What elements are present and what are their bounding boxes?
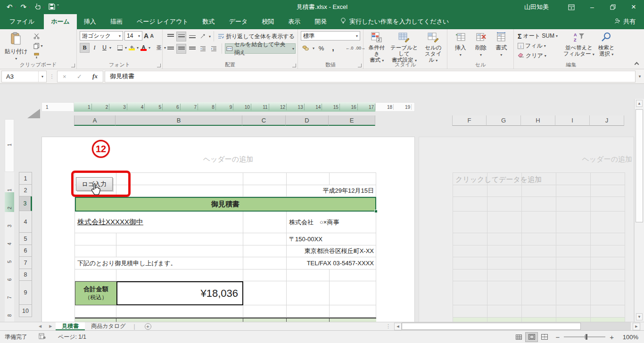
scroll-up-icon[interactable]: ▲ bbox=[636, 100, 643, 107]
cell[interactable] bbox=[75, 305, 116, 318]
increase-indent-button[interactable] bbox=[209, 44, 219, 54]
cell[interactable] bbox=[116, 245, 243, 257]
orientation-caret-icon[interactable]: ▾ bbox=[209, 34, 211, 39]
cell-doc-title-selected[interactable]: 御見積書 bbox=[75, 197, 376, 212]
font-size-select[interactable]: 14▾ bbox=[124, 31, 142, 41]
undo-caret-icon[interactable]: ▾ bbox=[15, 5, 17, 9]
row-header-6[interactable]: 6 bbox=[19, 245, 32, 257]
zoom-slider-thumb[interactable] bbox=[586, 334, 587, 340]
tell-me-box[interactable]: 実行したい作業を入力してください bbox=[340, 14, 449, 29]
cell[interactable] bbox=[287, 281, 330, 305]
align-right-button[interactable] bbox=[187, 44, 197, 54]
row-header-3[interactable]: 3 bbox=[19, 196, 32, 211]
vertical-scroll-thumb[interactable] bbox=[636, 109, 643, 222]
touch-mode-icon[interactable] bbox=[34, 3, 41, 11]
row-header-1[interactable]: 1 bbox=[19, 172, 32, 185]
cell[interactable] bbox=[287, 173, 330, 185]
vertical-scrollbar[interactable]: ▲ ▼ bbox=[634, 99, 644, 322]
column-header-d[interactable]: D bbox=[286, 115, 329, 126]
column-header-a[interactable]: A bbox=[74, 115, 116, 126]
row-header-9[interactable]: 9 bbox=[19, 281, 32, 305]
cell[interactable] bbox=[243, 270, 287, 281]
cell[interactable] bbox=[116, 270, 243, 281]
cell-recipient[interactable]: 株式会社XXXXX御中 bbox=[75, 212, 243, 233]
shrink-font-button[interactable]: A bbox=[150, 33, 154, 39]
cell[interactable] bbox=[243, 257, 287, 270]
format-painter-button[interactable] bbox=[33, 51, 44, 61]
cell-message[interactable]: 下記のとおり御見積申し上げます。 bbox=[75, 257, 243, 270]
increase-decimal-button[interactable]: ←.0 bbox=[346, 46, 354, 50]
column-header-i[interactable]: I bbox=[555, 115, 590, 126]
cell[interactable] bbox=[330, 270, 376, 281]
redo-caret-icon[interactable]: ▾ bbox=[28, 5, 30, 9]
cell[interactable] bbox=[287, 305, 330, 318]
row-header-5[interactable]: 5 bbox=[19, 233, 32, 245]
tab-view[interactable]: 表示 bbox=[281, 14, 307, 29]
zoom-in-button[interactable]: + bbox=[610, 333, 614, 341]
cell[interactable] bbox=[330, 305, 376, 318]
fill-color-button[interactable] bbox=[127, 43, 137, 53]
sheet-nav-right-icon[interactable]: ▶ bbox=[45, 322, 56, 330]
row-header-10[interactable]: 10 bbox=[19, 305, 32, 317]
save-icon[interactable] bbox=[49, 3, 55, 11]
cell[interactable] bbox=[330, 173, 376, 185]
find-select-button[interactable]: 検索と選択 ▾ bbox=[596, 31, 617, 61]
font-dialog-launcher[interactable] bbox=[157, 64, 161, 67]
borders-button[interactable] bbox=[115, 43, 125, 53]
zoom-out-button[interactable]: − bbox=[555, 333, 560, 341]
format-as-table-button[interactable]: テーブルとして 書式設定 ▾ bbox=[387, 31, 421, 61]
cell[interactable] bbox=[116, 305, 243, 318]
column-header-e[interactable]: E bbox=[329, 115, 375, 126]
click-to-add-data-placeholder[interactable]: クリックしてデータを追加 bbox=[455, 175, 542, 184]
cell-styles-button[interactable]: セルのスタイル ▾ bbox=[421, 31, 446, 61]
merge-center-button[interactable]: セルを結合して中央揃え ▾ bbox=[225, 43, 296, 54]
sheet-tab-mitsumorisho[interactable]: 見積書 bbox=[56, 322, 85, 330]
name-box[interactable]: A3▾ bbox=[1, 71, 47, 82]
cell[interactable] bbox=[75, 233, 116, 245]
header-placeholder-2[interactable]: ヘッダーの追加 bbox=[582, 155, 632, 164]
align-bottom-button[interactable] bbox=[187, 32, 197, 41]
delete-cells-button[interactable]: 削除 ▾ bbox=[473, 31, 488, 61]
hscroll-left-icon[interactable]: ◀ bbox=[394, 323, 402, 330]
font-color-button[interactable]: A bbox=[139, 43, 149, 53]
column-header-b[interactable]: B bbox=[116, 115, 242, 126]
user-name[interactable]: 山田知美 bbox=[524, 3, 549, 11]
fill-handle[interactable] bbox=[374, 210, 378, 213]
underline-caret-icon[interactable]: ▾ bbox=[109, 46, 111, 50]
sheet-tab-catalog[interactable]: 商品カタログ bbox=[85, 322, 132, 330]
tab-home[interactable]: ホーム bbox=[44, 14, 77, 29]
format-cells-button[interactable]: 書式 ▾ bbox=[494, 31, 509, 61]
align-middle-button[interactable] bbox=[176, 32, 186, 41]
fill-button[interactable]: ↓フィル▾ bbox=[517, 41, 559, 51]
cell[interactable] bbox=[116, 173, 243, 185]
clipboard-dialog-launcher[interactable] bbox=[71, 64, 75, 67]
collapse-ribbon-icon[interactable] bbox=[635, 62, 639, 67]
cell[interactable] bbox=[243, 212, 287, 233]
touch-caret-icon[interactable]: ▾ bbox=[42, 5, 44, 9]
cell[interactable] bbox=[116, 185, 243, 197]
insert-cells-button[interactable]: 挿入 ▾ bbox=[453, 31, 468, 61]
qat-customize-icon[interactable]: ▾ bbox=[57, 5, 59, 10]
cell[interactable] bbox=[243, 281, 287, 305]
cell-postal[interactable]: 〒150-00XX bbox=[287, 233, 376, 245]
align-left-button[interactable] bbox=[165, 44, 175, 54]
tab-page-layout[interactable]: ページ レイアウト bbox=[130, 14, 196, 29]
row-header-2[interactable]: 2 bbox=[19, 185, 32, 196]
paste-button[interactable]: 貼り付け ▾ bbox=[3, 31, 30, 62]
wrap-text-button[interactable]: 折り返して全体を表示する bbox=[217, 32, 296, 41]
cell-tel[interactable]: TEL/FAX 03-5457-XXXX bbox=[287, 257, 376, 270]
italic-button[interactable]: I bbox=[90, 43, 99, 53]
alignment-dialog-launcher[interactable] bbox=[292, 64, 296, 67]
font-color-caret-icon[interactable]: ▾ bbox=[149, 46, 150, 50]
cell[interactable] bbox=[243, 173, 287, 185]
cell[interactable] bbox=[75, 245, 116, 257]
insert-function-icon[interactable]: fx bbox=[92, 73, 98, 80]
horizontal-scrollbar[interactable] bbox=[402, 322, 631, 330]
grow-font-button[interactable]: A bbox=[144, 32, 149, 40]
tab-developer[interactable]: 開発 bbox=[307, 14, 334, 29]
column-header-c[interactable]: C bbox=[242, 115, 286, 126]
new-sheet-button[interactable]: + bbox=[145, 323, 151, 330]
font-name-select[interactable]: 游ゴシック▾ bbox=[80, 31, 123, 41]
percent-style-button[interactable]: % bbox=[316, 43, 326, 53]
cell[interactable] bbox=[75, 270, 116, 281]
